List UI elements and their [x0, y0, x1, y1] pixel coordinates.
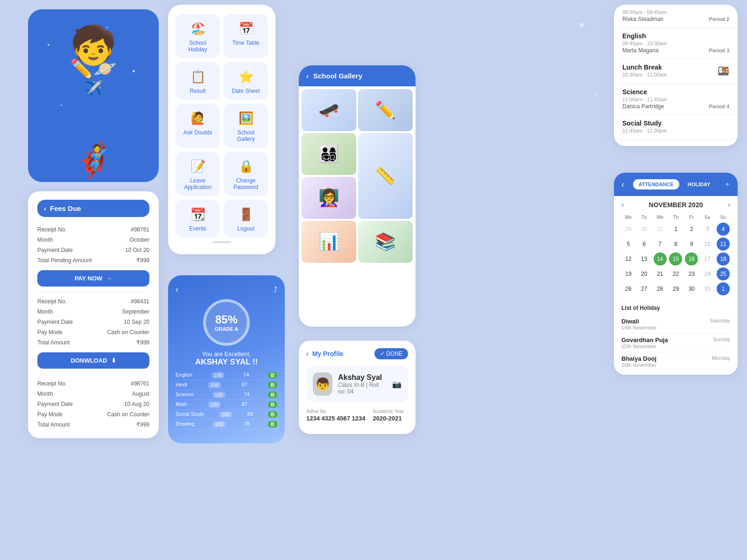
prev-month-button[interactable]: ‹ — [621, 201, 624, 209]
gallery-image-teacher-measure[interactable]: 📏 — [358, 133, 413, 219]
subject-max: 100 — [211, 372, 225, 378]
calendar-day[interactable]: 1 — [669, 223, 682, 236]
calendar-day[interactable]: 13 — [638, 252, 651, 266]
label-month: Month — [37, 237, 53, 243]
back-icon-result[interactable]: ‹ — [176, 285, 178, 294]
back-icon-cal[interactable]: ‹ — [621, 180, 624, 189]
calendar-day[interactable]: 21 — [654, 267, 667, 280]
calendar-day[interactable]: 15 — [669, 252, 682, 266]
camera-icon[interactable]: 📷 — [392, 380, 402, 389]
calendar-day[interactable]: 31 — [654, 223, 667, 236]
calendar-day-next-month[interactable]: 1 — [717, 282, 730, 295]
calendar-day[interactable]: 17 — [701, 252, 714, 266]
calendar-day[interactable]: 4 — [717, 223, 730, 236]
pay-now-button[interactable]: PAY NOW → — [37, 270, 149, 287]
change-password-icon: 🔒 — [239, 159, 254, 174]
menu-item-date-sheet[interactable]: ⭐ Date Sheet — [224, 62, 268, 100]
calendar-day[interactable]: 31 — [701, 282, 714, 295]
day-header-tu: Tu — [636, 213, 652, 222]
gallery-image-students-reading[interactable]: 📚 — [358, 221, 413, 263]
period-number: Period 2 — [709, 16, 729, 22]
subject-score: 87 — [241, 401, 247, 408]
tab-attendance[interactable]: ATTENDANCE — [633, 179, 679, 189]
calendar-day[interactable]: 8 — [669, 238, 682, 251]
calendar-day[interactable]: 28 — [654, 282, 667, 295]
gallery-image-teacher-standing[interactable]: 👩‍🏫 — [302, 177, 356, 219]
back-icon-profile[interactable]: ‹ — [306, 350, 309, 357]
menu-item-time-table[interactable]: 📅 Time Table — [224, 14, 268, 58]
label-amount3: Total Amount — [37, 421, 70, 428]
calendar-day[interactable]: 22 — [669, 267, 682, 280]
calendar-day[interactable]: 25 — [717, 267, 730, 280]
menu-item-events[interactable]: 📆 Events — [176, 200, 220, 238]
val-pending: ₹999 — [136, 257, 149, 264]
period-row-english: English 09:45am - 10:30am Marta Magana P… — [614, 28, 738, 59]
gallery-image-bar-chart[interactable]: 📊 — [302, 221, 356, 263]
receipt-3: Receipt No. #98761 Month August Payment … — [37, 378, 149, 430]
calendar-day[interactable]: 11 — [717, 238, 730, 251]
menu-item-result[interactable]: 📋 Result — [176, 62, 220, 100]
val-month: October — [129, 237, 149, 243]
calendar-day[interactable]: 3 — [701, 223, 714, 236]
day-header-th: Th — [668, 213, 684, 222]
calendar-day[interactable]: 5 — [622, 238, 635, 251]
period-subject-lunch: Lunch Break — [622, 63, 667, 71]
holiday-date: 16th November — [621, 362, 656, 368]
label-month2: Month — [37, 308, 53, 315]
calendar-day[interactable]: 19 — [622, 267, 635, 280]
menu-item-leave-application[interactable]: 📝 Leave Application — [176, 152, 220, 196]
download-icon: ⬇ — [111, 357, 116, 364]
calendar-day[interactable]: 23 — [685, 267, 698, 280]
calendar-day[interactable]: 2 — [685, 223, 698, 236]
grade-badge: B — [268, 372, 277, 378]
calendar-day[interactable]: 30 — [685, 282, 698, 295]
holiday-day: Saturday — [710, 318, 730, 330]
calendar-day[interactable]: 7 — [654, 238, 667, 251]
calendar-nav: ‹ NOVEMBER 2020 › — [614, 196, 738, 211]
gallery-image-student-skateboard[interactable]: 🛹 — [302, 89, 356, 131]
hero-panel: 🧒 ✏️🪐 ✈️ 🦸 — [28, 9, 159, 182]
period-time: 09:00am - 09:45am — [622, 9, 729, 15]
calendar-day[interactable]: 29 — [669, 282, 682, 295]
period-row-lunch: Lunch Break 10:30am - 11:00am 🍱 — [614, 59, 738, 84]
menu-item-school-gallery[interactable]: 🖼️ School Gallery — [224, 104, 268, 148]
calendar-day[interactable]: 9 — [685, 238, 698, 251]
back-icon[interactable]: ‹ — [44, 204, 46, 212]
calendar-day[interactable]: 16 — [685, 252, 698, 266]
fees-header: ‹ Fees Due — [37, 200, 149, 217]
menu-item-change-password[interactable]: 🔒 Change Password — [224, 152, 268, 196]
calendar-day[interactable]: 12 — [622, 252, 635, 266]
menu-item-ask-doubts[interactable]: 🙋 Ask Doubts — [176, 104, 220, 148]
share-icon[interactable]: ⤴ — [274, 286, 277, 294]
calendar-panel: ‹ ATTENDANCE HOLIDAY ✦ ‹ NOVEMBER 2020 ›… — [614, 173, 738, 375]
calendar-day[interactable]: 10 — [701, 238, 714, 251]
calendar-day[interactable]: 14 — [654, 252, 667, 266]
label-amount2: Total Amount — [37, 339, 70, 346]
menu-label-logout: Logout — [237, 225, 254, 232]
gallery-image-student-chalk[interactable]: ✏️ — [358, 89, 413, 131]
lunch-icon: 🍱 — [718, 65, 729, 77]
period-number: Period 4 — [709, 104, 729, 109]
next-month-button[interactable]: › — [728, 201, 730, 209]
calendar-day[interactable]: 27 — [638, 282, 651, 295]
calendar-day[interactable]: 30 — [638, 223, 651, 236]
done-button[interactable]: ✓ DONE — [374, 348, 408, 359]
calendar-day[interactable]: 26 — [622, 282, 635, 295]
period-teacher-row: Danica Partridge Period 4 — [622, 103, 729, 110]
grade-badge: B — [268, 411, 277, 418]
val-receipt2: #98431 — [131, 298, 149, 305]
download-button[interactable]: DONWLOAD ⬇ — [37, 352, 149, 369]
gallery-image-class[interactable]: 👨‍👩‍👧‍👦 — [302, 133, 356, 175]
menu-item-school-holiday[interactable]: 🏖️ School Holiday — [176, 14, 220, 58]
back-icon-gallery[interactable]: ‹ — [306, 72, 309, 80]
calendar-day[interactable]: 18 — [717, 252, 730, 266]
calendar-day[interactable]: 20 — [638, 267, 651, 280]
calendar-day[interactable]: 24 — [701, 267, 714, 280]
result-message: You are Excellent, AKSHAY SYAL !! — [176, 350, 277, 367]
subject-score: 74 — [244, 392, 249, 398]
tab-holiday[interactable]: HOLIDAY — [682, 179, 716, 189]
calendar-day[interactable]: 29 — [622, 223, 635, 236]
menu-item-logout[interactable]: 🚪 Logout — [224, 200, 268, 238]
arrow-icon: → — [106, 275, 112, 282]
calendar-day[interactable]: 6 — [638, 238, 651, 251]
